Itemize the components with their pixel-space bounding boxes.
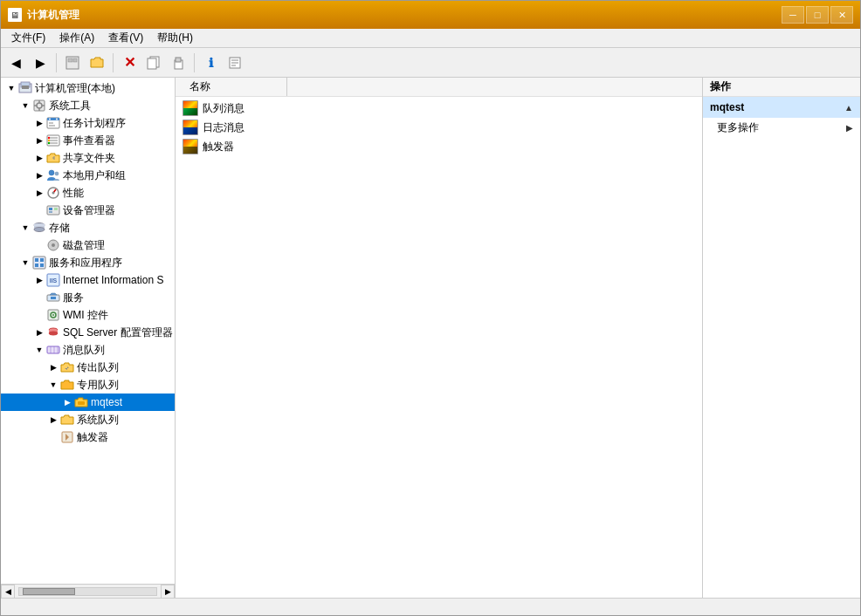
system-queue-label: 系统队列	[77, 413, 119, 428]
svg-rect-44	[34, 224, 45, 227]
tree-scrollbar[interactable]: ◀ ▶	[1, 584, 175, 598]
svg-point-62	[49, 332, 58, 335]
menu-file[interactable]: 文件(F)	[4, 29, 52, 47]
iis-label: Internet Information S	[63, 274, 163, 286]
list-item-triggers[interactable]: 触发器	[176, 137, 702, 156]
info-button[interactable]: ℹ	[199, 51, 222, 74]
tree-node-performance[interactable]: ▶ 性能	[1, 184, 175, 202]
event-viewer-icon	[46, 133, 60, 147]
svg-rect-49	[40, 258, 44, 262]
menu-view[interactable]: 查看(V)	[101, 29, 150, 47]
tree-node-outgoing[interactable]: ▶ 传出队列	[1, 359, 175, 376]
root-expander: ▼	[4, 81, 18, 95]
tree-node-event-viewer[interactable]: ▶ 事件查看器	[1, 132, 175, 149]
outgoing-expander: ▶	[46, 360, 60, 374]
private-label: 专用队列	[77, 378, 119, 393]
services-apps-label: 服务和应用程序	[49, 256, 122, 270]
scrollbar-thumb[interactable]	[23, 588, 75, 595]
msg-queue-label: 消息队列	[63, 343, 105, 358]
scrollbar-left[interactable]: ◀	[1, 585, 15, 599]
tree-node-shared-folders[interactable]: ▶ 共享文件夹	[1, 149, 175, 167]
maximize-button[interactable]: □	[806, 6, 829, 24]
msg-queue-icon	[46, 343, 60, 357]
right-panel-header: 操作	[703, 78, 860, 97]
tree-node-task-scheduler[interactable]: ▶ 任务计划程序	[1, 114, 175, 132]
svg-point-23	[56, 119, 58, 120]
svg-rect-38	[49, 208, 52, 210]
event-viewer-label: 事件查看器	[63, 133, 115, 148]
tree-node-triggers[interactable]: ▶ 触发器	[1, 428, 175, 446]
list-item-label-1: 日志消息	[203, 120, 245, 135]
svg-point-32	[48, 142, 50, 144]
back-button[interactable]: ◀	[4, 51, 27, 74]
local-users-expander: ▶	[32, 168, 46, 182]
forward-button[interactable]: ▶	[29, 51, 52, 74]
minimize-button[interactable]: ─	[782, 6, 804, 24]
performance-expander: ▶	[32, 186, 46, 200]
triggers-icon	[60, 430, 74, 444]
center-header: 名称	[176, 78, 702, 97]
menu-action[interactable]: 操作(A)	[52, 29, 101, 47]
list-item-label-0: 队列消息	[203, 101, 245, 116]
outgoing-icon	[60, 360, 74, 374]
list-item-log-messages[interactable]: 日志消息	[176, 118, 702, 137]
tree-node-storage[interactable]: ▼ 存储	[1, 219, 175, 236]
task-scheduler-label: 任务计划程序	[63, 116, 126, 131]
svg-point-59	[52, 314, 54, 316]
copy-button[interactable]	[142, 51, 165, 74]
tree-node-message-queue[interactable]: ▼ 消息队列	[1, 341, 175, 359]
svg-rect-4	[148, 58, 156, 69]
right-item-mqtest[interactable]: mqtest ▲	[703, 97, 860, 118]
event-viewer-expander: ▶	[32, 133, 46, 147]
tree-node-services[interactable]: ▶ 服务	[1, 289, 175, 306]
menu-help[interactable]: 帮助(H)	[150, 29, 200, 47]
tree-node-private-queue[interactable]: ▼ 专用队列	[1, 376, 175, 394]
task-scheduler-icon	[46, 116, 60, 130]
tree-node-services-apps[interactable]: ▼ 服务和应用程序	[1, 254, 175, 271]
svg-point-36	[52, 192, 55, 195]
properties-button[interactable]	[224, 51, 246, 74]
tree-node-system-tools[interactable]: ▼ 系统工具	[1, 97, 175, 114]
show-scope-button[interactable]	[61, 51, 84, 74]
tree-content[interactable]: ▼ 计算机管理(本地) ▼	[1, 78, 175, 584]
right-panel: 操作 mqtest ▲ 更多操作 ▶	[703, 78, 860, 598]
svg-point-34	[55, 172, 59, 175]
window-controls: ─ □ ✕	[782, 6, 853, 24]
svg-rect-56	[51, 297, 56, 299]
private-icon	[60, 378, 74, 392]
tree-node-device-manager[interactable]: ▶ 设备管理器	[1, 202, 175, 219]
right-item-label-0: mqtest	[710, 101, 744, 113]
right-subitem-more[interactable]: 更多操作 ▶	[703, 118, 860, 137]
tree-node-disk-management[interactable]: ▶ 磁盘管理	[1, 236, 175, 254]
tree-node-iis[interactable]: ▶ IIS Internet Information S	[1, 271, 175, 289]
tree-node-mqtest[interactable]: ▶ mqtest	[1, 394, 175, 411]
tree-root[interactable]: ▼ 计算机管理(本地)	[1, 79, 175, 97]
tree-node-wmi[interactable]: ▶ WMI 控件	[1, 306, 175, 324]
window-icon: 🖥	[8, 8, 22, 22]
scrollbar-right[interactable]: ▶	[161, 585, 175, 599]
svg-rect-51	[40, 264, 44, 267]
storage-expander: ▼	[18, 221, 32, 235]
svg-rect-13	[22, 86, 29, 89]
local-users-label: 本地用户和组	[63, 168, 126, 183]
svg-point-31	[48, 140, 50, 141]
close-button[interactable]: ✕	[830, 6, 853, 24]
delete-button[interactable]: ✕	[118, 51, 141, 74]
paste-button[interactable]	[167, 51, 189, 74]
svg-point-30	[48, 137, 50, 139]
tree-node-local-users[interactable]: ▶ 本地用户和组	[1, 167, 175, 184]
svg-point-33	[49, 170, 54, 175]
toolbar: ◀ ▶ ✕ ℹ	[1, 48, 860, 78]
shared-folders-label: 共享文件夹	[63, 151, 115, 166]
scrollbar-track[interactable]	[18, 587, 157, 596]
tree-node-sql[interactable]: ▶ SQL Server 配置管理器	[1, 324, 175, 341]
root-label: 计算机管理(本地)	[35, 81, 115, 96]
disk-management-label: 磁盘管理	[63, 238, 105, 253]
toolbar-separator-2	[113, 53, 114, 72]
tree-node-system-queue[interactable]: ▶ 系统队列	[1, 411, 175, 428]
folder-button[interactable]	[86, 51, 108, 74]
list-item-queue-messages[interactable]: 队列消息	[176, 99, 702, 118]
wmi-icon	[46, 308, 60, 322]
local-users-icon	[46, 168, 60, 182]
list-item-icon-0	[183, 100, 198, 116]
